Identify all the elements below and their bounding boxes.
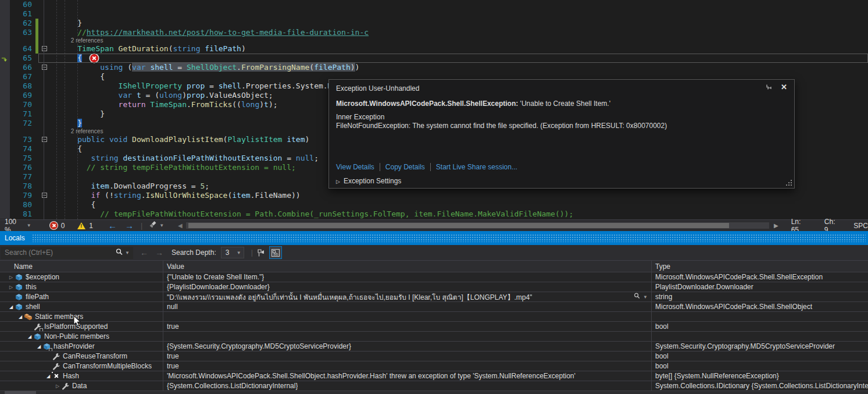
collapse-region-icon[interactable] [42,137,47,142]
value-cell[interactable]: {"Unable to Create Shell Item."} [163,272,651,282]
breakpoint-margin[interactable] [0,72,10,81]
navigate-forward-icon[interactable]: → [125,221,134,230]
code-text[interactable]: //https://markheath.net/post/how-to-get-… [55,28,868,37]
locals-horizontal-scrollbar[interactable] [0,391,868,394]
text-visualizer-icon[interactable] [633,292,641,301]
collapse-region-icon[interactable] [42,46,47,51]
search-next-icon[interactable]: → [155,248,163,257]
locals-row[interactable]: ◢Non-Public members [0,332,868,342]
collapse-expander-icon[interactable]: ◢ [17,314,23,320]
locals-row[interactable]: ▷Data{System.Collections.ListDictionaryI… [0,381,868,391]
breakpoint-margin[interactable] [0,182,10,191]
start-live-share-link[interactable]: Start Live Share session... [436,163,517,171]
column-header-type[interactable]: Type [651,261,868,272]
value-cell[interactable]: {PlaylistDownloader.Downloader} [163,282,651,292]
collapse-expander-icon[interactable]: ◢ [27,334,33,339]
locals-row[interactable]: ▷$exception{"Unable to Create Shell Item… [0,272,868,282]
code-line-66[interactable]: 66using (var shell = ShellObject.FromPar… [0,63,868,72]
code-text[interactable] [55,0,868,9]
breakpoint-margin[interactable] [0,0,10,9]
resize-grip[interactable] [786,180,792,186]
collapse-expander-icon[interactable]: ◢ [45,374,51,379]
error-count-icon[interactable] [50,222,58,229]
locals-row[interactable]: ◢Hash'Microsoft.WindowsAPICodePack.Shell… [0,371,868,381]
code-text[interactable] [55,9,868,19]
exception-settings-label[interactable]: Exception Settings [344,177,401,185]
code-line-61[interactable]: 61 [0,9,868,19]
navigate-back-icon[interactable]: ← [108,221,117,230]
search-icon[interactable] [115,248,123,258]
chevron-down-icon[interactable]: ▼ [643,294,648,300]
expand-expander-icon[interactable]: ▷ [55,384,60,389]
breakpoint-margin[interactable] [0,100,10,109]
code-line-63[interactable]: 63//https://markheath.net/post/how-to-ge… [0,28,868,37]
search-prev-icon[interactable]: ← [140,248,148,257]
value-cell[interactable]: {System.Security.Cryptography.MD5CryptoS… [163,342,651,351]
chevron-down-icon[interactable]: ▼ [159,223,164,228]
breakpoint-margin[interactable] [0,135,10,144]
code-line-65[interactable]: 65{ [0,54,868,63]
breakpoint-margin[interactable] [0,54,10,63]
breakpoint-margin[interactable] [0,63,10,72]
search-depth-select[interactable]: 3 ▼ [221,247,244,258]
code-text[interactable]: using (var shell = ShellObject.FromParsi… [55,63,868,72]
value-cell[interactable]: {System.Collections.ListDictionaryIntern… [163,381,651,391]
locals-row[interactable]: IsPlatformSupportedtruebool [0,322,868,332]
code-text[interactable]: { [55,200,868,210]
code-line-62[interactable]: 62} [0,19,868,28]
collapse-expander-icon[interactable]: ◢ [8,304,14,310]
locals-row[interactable]: CanTransformMultipleBlockstruebool [0,361,868,371]
breakpoint-margin[interactable] [0,119,10,128]
code-line-80[interactable]: 80{ [0,200,868,210]
code-text[interactable]: // tempFilePathWithoutExtension = Path.C… [55,210,868,219]
chevron-down-icon[interactable]: ▼ [27,223,31,228]
locals-row[interactable]: ◢hashProvider{System.Security.Cryptograp… [0,342,868,352]
scroll-right-icon[interactable]: ▶ [774,222,778,229]
locals-row[interactable]: filePath"D:\\เพลงรวม\\รวมเพลงดัง อยู่กัน… [0,292,868,302]
breakpoint-margin[interactable] [0,200,10,210]
breakpoint-margin[interactable] [0,9,10,19]
locals-row[interactable]: ◢shellnullMicrosoft.WindowsAPICodePack.S… [0,302,868,312]
scroll-left-icon[interactable]: ◀ [178,222,183,229]
code-text[interactable]: { [55,54,868,63]
code-text[interactable]: } [55,19,868,28]
code-text[interactable]: TimeSpan GetDuration(string filePath) [55,44,868,54]
value-cell[interactable] [163,332,651,341]
toggle-hex-display-icon[interactable]: ab [269,246,282,259]
locals-row[interactable]: ▷this{PlaylistDownloader.Downloader}Play… [0,282,868,292]
value-cell[interactable]: true [163,352,651,361]
breakpoint-margin[interactable] [0,91,10,100]
expand-expander-icon[interactable]: ▷ [8,275,14,280]
column-header-value[interactable]: Value [163,261,651,272]
scrollbar-thumb[interactable] [5,391,36,394]
search-input[interactable]: Search (Ctrl+E) ▼ [1,247,133,259]
collapse-region-icon[interactable] [42,193,47,198]
copy-details-link[interactable]: Copy Details [385,163,425,171]
breakpoint-margin[interactable] [0,154,10,163]
column-header-name[interactable]: Name [0,261,163,272]
breakpoint-margin[interactable] [0,191,10,200]
breakpoint-margin[interactable] [0,109,10,119]
breakpoint-margin[interactable] [0,28,10,37]
close-icon[interactable]: ✕ [781,83,787,91]
value-cell[interactable]: true [163,361,651,371]
warning-count-icon[interactable] [77,222,85,229]
code-line-64[interactable]: 64TimeSpan GetDuration(string filePath) [0,44,868,54]
breakpoint-margin[interactable] [0,144,10,154]
error-count[interactable]: 0 [61,222,65,230]
codelens-references[interactable]: 2 references [55,37,868,44]
code-text[interactable]: if (!string.IsNullOrWhiteSpace(item.File… [55,191,868,200]
value-cell[interactable]: true [163,322,651,331]
breakpoint-margin[interactable] [0,19,10,28]
breakpoint-margin[interactable] [0,81,10,91]
locals-row[interactable]: ◢Static members [0,312,868,322]
value-cell[interactable]: "D:\\เพลงรวม\\รวมเพลงดัง อยู่กันไปก็เท่า… [163,292,651,301]
flag-threads-icon[interactable] [255,246,267,259]
breakpoint-margin[interactable] [0,44,10,54]
locals-title-bar[interactable]: Locals [0,231,868,245]
expander-icon[interactable]: ▷ [336,179,340,184]
value-cell[interactable] [163,312,651,321]
exception-line-error-icon[interactable] [90,54,98,62]
breakpoint-margin[interactable] [0,172,10,182]
expand-expander-icon[interactable]: ▷ [8,285,14,290]
